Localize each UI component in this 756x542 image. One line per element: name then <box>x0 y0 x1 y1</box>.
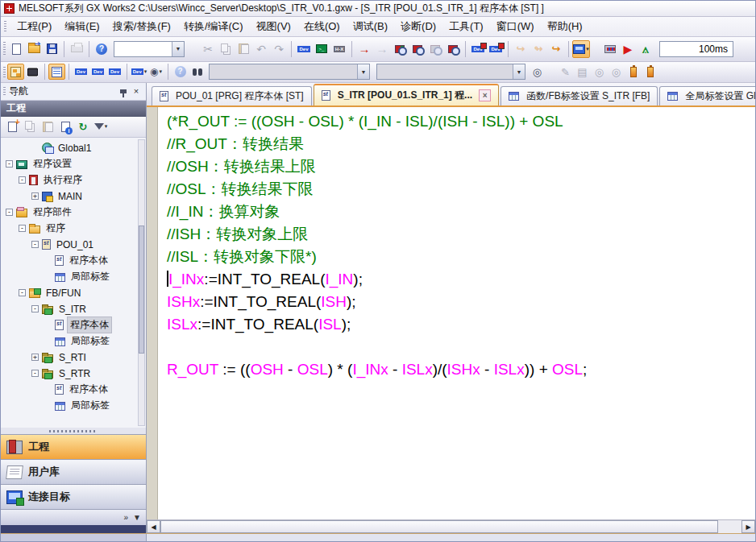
window-select-combo[interactable]: ▼ <box>114 41 185 57</box>
sort-filter-icon-dropdown[interactable]: ▾ <box>105 123 108 130</box>
tree-item-程序本体[interactable]: 程序本体 <box>1 253 146 269</box>
menu-item-9[interactable]: 工具(T) <box>442 17 490 36</box>
tree-item-Global1[interactable]: Global1 <box>1 140 146 156</box>
jump-to-icon[interactable]: ↪ <box>547 40 565 58</box>
find-range-combo[interactable]: ▼ <box>376 64 525 80</box>
device-test-icon-dropdown[interactable]: ▾ <box>159 68 162 75</box>
collapse-icon[interactable]: - <box>31 305 39 312</box>
statement-edit-icon[interactable]: ▤ <box>574 64 591 80</box>
write-to-plc-icon[interactable]: → <box>355 40 373 58</box>
tree-item-MAIN[interactable]: +MAIN <box>1 188 146 205</box>
expand-icon[interactable]: + <box>31 192 39 200</box>
document-tab-2[interactable]: S_ITR [POU_01.S_ITR_1] 程...× <box>314 84 499 106</box>
menu-item-3[interactable]: 搜索/替换(F) <box>106 17 177 36</box>
scrollbar-track[interactable] <box>160 520 741 533</box>
device-display-icon-dropdown[interactable]: ▾ <box>144 68 147 75</box>
device-comment-icon[interactable]: Dev <box>295 40 313 58</box>
monitor-mode-icon[interactable]: ▲ <box>637 40 654 58</box>
tree-item-程序部件[interactable]: -程序部件 <box>1 205 146 221</box>
copy-icon[interactable] <box>217 40 235 58</box>
nav-copy-icon[interactable] <box>22 118 38 134</box>
tree-item-S_RTR[interactable]: -S_RTR <box>1 366 146 382</box>
document-tab-1[interactable]: POU_01 [PRG] 程序本体 [ST] <box>152 86 312 106</box>
comment-edit-icon[interactable]: ✎ <box>557 64 574 80</box>
monitor-stop-icon[interactable] <box>409 40 426 58</box>
tree-item-S_RTI[interactable]: +S_RTI <box>1 350 146 366</box>
scrollbar-thumb[interactable] <box>160 520 718 533</box>
menu-item-2[interactable]: 编辑(E) <box>58 17 106 36</box>
cut-icon[interactable]: ✂ <box>199 40 217 58</box>
tree-item-局部标签[interactable]: 局部标签 <box>1 269 146 285</box>
jump-next-icon[interactable]: ↬ <box>530 40 547 58</box>
sort-filter-icon[interactable]: ▾ <box>93 118 109 134</box>
run-icon[interactable]: ▶ <box>619 40 637 58</box>
collapse-icon[interactable]: - <box>19 176 26 184</box>
view-button-工程[interactable]: 工程 <box>1 434 146 459</box>
hex-display-icon[interactable]: H-X <box>330 40 348 58</box>
expand-views-icon[interactable]: » <box>124 513 129 522</box>
help-icon[interactable]: ? <box>93 40 110 58</box>
menu-item-8[interactable]: 诊断(D) <box>394 17 442 36</box>
read-from-plc-icon[interactable]: → <box>373 40 391 58</box>
find-target-combo-arrow-icon[interactable]: ▼ <box>357 64 369 79</box>
refresh-icon[interactable]: ↻ <box>75 118 91 134</box>
expand-icon[interactable]: + <box>31 354 39 361</box>
menu-item-11[interactable]: 帮助(H) <box>541 17 589 36</box>
intelligent-function-icon[interactable]: ▾ <box>572 40 590 58</box>
menu-item-6[interactable]: 在线(O) <box>297 17 347 36</box>
tree-item-S_ITR[interactable]: -S_ITR <box>1 301 146 317</box>
tree-item-程序本体[interactable]: 程序本体 <box>1 382 146 398</box>
monitor-pause-icon[interactable] <box>426 40 444 58</box>
view-button-连接目标[interactable]: 连接目标 <box>1 484 146 509</box>
tree-item-局部标签[interactable]: 局部标签 <box>1 398 146 414</box>
module-config-icon[interactable] <box>24 64 41 80</box>
tree-item-POU_01[interactable]: -POU_01 <box>1 237 146 253</box>
outline-view-icon[interactable] <box>48 64 65 80</box>
scroll-right-icon[interactable]: ▶ <box>741 520 755 533</box>
tree-item-执行程序[interactable]: -执行程序 <box>1 172 146 188</box>
find-target-combo[interactable]: ▼ <box>209 64 370 80</box>
tree-item-程序设置[interactable]: -程序设置 <box>1 156 146 172</box>
monitor-start-icon[interactable] <box>391 40 409 58</box>
panel-splitter[interactable] <box>1 428 146 434</box>
device-display-icon[interactable]: Dev▾ <box>131 64 147 80</box>
zoom-search-icon[interactable]: ◎ <box>529 64 546 80</box>
device-monitor-2-icon[interactable]: Dev <box>487 40 505 58</box>
new-data-icon[interactable] <box>4 118 20 134</box>
open-project-icon[interactable] <box>25 40 43 58</box>
redo-icon[interactable]: ↷ <box>270 40 288 58</box>
tab-close-icon[interactable]: × <box>479 89 491 101</box>
collapse-icon[interactable]: - <box>31 370 39 377</box>
find-icon[interactable] <box>189 64 206 80</box>
help-2-icon[interactable]: ? <box>172 64 189 80</box>
bookmark-1-icon[interactable] <box>625 64 642 80</box>
monitor-write-icon[interactable] <box>444 40 462 58</box>
tree-scrollbar[interactable] <box>138 139 145 426</box>
menu-item-4[interactable]: 转换/编译(C) <box>177 17 250 36</box>
jump-back-icon[interactable]: ↪ <box>512 40 530 58</box>
window-select-combo-arrow-icon[interactable]: ▼ <box>172 42 184 56</box>
device-grid-icon[interactable]: Dev <box>89 64 106 80</box>
find-contact-icon[interactable]: ◎ <box>591 64 608 80</box>
collapse-icon[interactable]: - <box>31 241 39 248</box>
device-test-icon[interactable]: ◉▾ <box>147 64 164 80</box>
undo-icon[interactable]: ↶ <box>252 40 270 58</box>
find-range-combo-arrow-icon[interactable]: ▼ <box>513 64 525 79</box>
document-tab-3[interactable]: 函数/FB标签设置 S_ITR [FB] <box>501 86 658 106</box>
save-project-icon[interactable] <box>43 40 60 58</box>
navigation-toggle-icon[interactable] <box>7 64 24 80</box>
device-find-icon[interactable]: Dev <box>73 64 89 80</box>
scroll-left-icon[interactable]: ◀ <box>147 520 160 533</box>
data-info-icon[interactable] <box>57 118 73 134</box>
device-batch-icon[interactable]: Dev <box>106 64 123 80</box>
collapse-icon[interactable]: - <box>19 289 26 296</box>
menu-item-1[interactable]: 工程(P) <box>10 17 58 36</box>
tree-item-局部标签[interactable]: 局部标签 <box>1 333 146 350</box>
paste-icon[interactable] <box>235 40 252 58</box>
device-monitor-icon[interactable]: >_ <box>313 40 330 58</box>
tree-item-程序[interactable]: -程序 <box>1 221 146 237</box>
print-icon[interactable] <box>68 40 85 58</box>
close-panel-icon[interactable]: × <box>130 85 143 97</box>
nav-paste-icon[interactable] <box>39 118 56 134</box>
tree-item-FB/FUN[interactable]: -FB/FUN <box>1 285 146 301</box>
